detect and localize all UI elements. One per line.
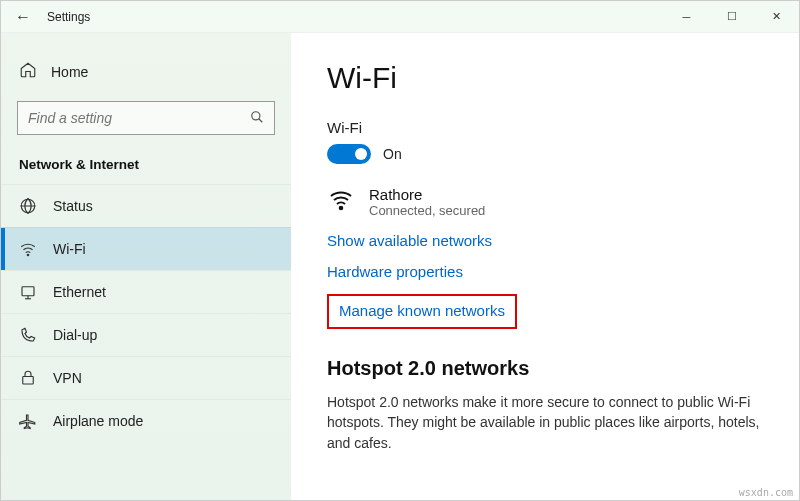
dialup-icon	[19, 326, 37, 344]
watermark: wsxdn.com	[739, 487, 793, 498]
sidebar: Home Network & Internet Status Wi-Fi	[1, 33, 291, 500]
section-header: Network & Internet	[1, 153, 291, 184]
sidebar-item-status[interactable]: Status	[1, 184, 291, 227]
svg-point-3	[27, 254, 29, 256]
home-nav[interactable]: Home	[1, 53, 291, 101]
sidebar-item-airplane[interactable]: Airplane mode	[1, 399, 291, 442]
wifi-toggle-state: On	[383, 146, 402, 162]
wifi-signal-icon	[327, 188, 355, 216]
svg-rect-7	[23, 377, 34, 385]
sidebar-item-label: Airplane mode	[53, 413, 143, 429]
airplane-icon	[19, 412, 37, 430]
hotspot-description: Hotspot 2.0 networks make it more secure…	[327, 392, 763, 453]
sidebar-item-vpn[interactable]: VPN	[1, 356, 291, 399]
sidebar-item-label: VPN	[53, 370, 82, 386]
sidebar-item-dialup[interactable]: Dial-up	[1, 313, 291, 356]
svg-line-1	[259, 118, 263, 122]
wifi-toggle-label: Wi-Fi	[327, 119, 763, 136]
manage-known-highlight: Manage known networks	[327, 294, 517, 329]
title-bar: ← Settings ─ ☐ ✕	[1, 1, 799, 33]
current-network[interactable]: Rathore Connected, secured	[327, 186, 763, 218]
sidebar-item-wifi[interactable]: Wi-Fi	[1, 227, 291, 270]
hotspot-title: Hotspot 2.0 networks	[327, 357, 763, 380]
search-input[interactable]	[28, 110, 250, 126]
home-label: Home	[51, 64, 88, 80]
svg-point-0	[252, 111, 260, 119]
nav-list: Status Wi-Fi Ethernet Dial-up	[1, 184, 291, 442]
page-title: Wi-Fi	[327, 61, 763, 95]
window-controls: ─ ☐ ✕	[664, 1, 799, 32]
sidebar-item-label: Wi-Fi	[53, 241, 86, 257]
wifi-toggle[interactable]	[327, 144, 371, 164]
status-icon	[19, 197, 37, 215]
network-name: Rathore	[369, 186, 485, 203]
home-icon	[19, 61, 37, 83]
hardware-properties-link[interactable]: Hardware properties	[327, 263, 763, 280]
svg-rect-4	[22, 287, 34, 296]
sidebar-item-ethernet[interactable]: Ethernet	[1, 270, 291, 313]
maximize-button[interactable]: ☐	[709, 1, 754, 32]
show-available-link[interactable]: Show available networks	[327, 232, 763, 249]
sidebar-item-label: Status	[53, 198, 93, 214]
wifi-icon	[19, 240, 37, 258]
svg-point-8	[340, 207, 343, 210]
back-button[interactable]: ←	[15, 8, 31, 26]
ethernet-icon	[19, 283, 37, 301]
search-box[interactable]	[17, 101, 275, 135]
main-content: Wi-Fi Wi-Fi On Rathore Connected, secure…	[291, 33, 799, 500]
manage-known-link[interactable]: Manage known networks	[339, 302, 505, 319]
minimize-button[interactable]: ─	[664, 1, 709, 32]
sidebar-item-label: Ethernet	[53, 284, 106, 300]
window-title: Settings	[47, 10, 90, 24]
close-button[interactable]: ✕	[754, 1, 799, 32]
network-status: Connected, secured	[369, 203, 485, 218]
search-icon	[250, 110, 264, 127]
sidebar-item-label: Dial-up	[53, 327, 97, 343]
vpn-icon	[19, 369, 37, 387]
